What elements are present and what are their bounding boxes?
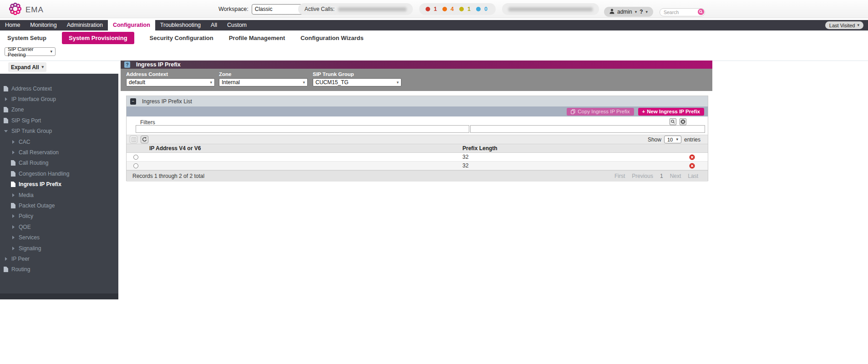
workspace-group: Workspace: Classic ▾ [218,0,307,18]
ip-address-filter-input[interactable] [136,125,469,133]
major-alarm-dot-icon [442,7,447,11]
tree-item-signaling[interactable]: Signaling [0,243,118,253]
nav-item-monitoring[interactable]: Monitoring [25,20,61,30]
tree-item-call-reservation[interactable]: Call Reservation [0,147,118,157]
address-context-select[interactable]: default ▾ [126,78,215,86]
tab-system-setup[interactable]: System Setup [7,35,46,41]
tree-item-zone[interactable]: Zone [0,105,118,115]
page-size-group: Show 10 ▾ entries [648,136,708,143]
tree-item-media[interactable]: Media [0,190,118,200]
records-summary: Records 1 through 2 of 2 total [132,173,204,179]
system-info-pill [502,3,599,15]
tree-label: Zone [11,106,24,113]
circle-x-icon [680,119,685,124]
page-size-value: 10 [667,137,673,142]
tree-label: Address Context [11,86,52,92]
delete-row-icon[interactable] [689,163,695,169]
chevron-right-icon [11,193,15,197]
sip-trunk-group-select[interactable]: CUCM15_TG ▾ [313,78,401,86]
tree-item-ip-peer[interactable]: IP Peer [0,253,118,264]
tree-item-services[interactable]: Services [0,232,118,243]
table-row[interactable]: 32 [127,162,708,170]
tab-configuration-wizards[interactable]: Configuration Wizards [300,35,364,41]
tree-item-routing[interactable]: Routing [0,264,118,275]
tab-system-provisioning[interactable]: System Provisioning [62,32,134,44]
chevron-down-icon: ▾ [676,137,678,142]
context-form-panel: Address Context default ▾ Zone Internal … [121,69,712,91]
tree-item-cac[interactable]: CAC [0,136,118,147]
copy-ingress-ip-prefix-button[interactable]: Copy Ingress IP Prefix [567,108,634,116]
apply-filter-button[interactable] [670,118,676,125]
tree-item-policy[interactable]: Policy [0,211,118,222]
prefix-length-filter-input[interactable] [470,125,705,133]
chevron-down-icon: ▾ [50,50,52,54]
tree-item-ip-interface-group[interactable]: IP Interface Group [0,94,118,104]
chevron-right-icon [11,214,15,218]
row-radio-button[interactable] [133,163,138,168]
refresh-button[interactable] [141,136,148,143]
zone-select[interactable]: Internal ▾ [219,78,308,86]
table-row[interactable]: 32 [127,153,708,162]
sip-trunk-group-value: CUCM15_TG [315,79,349,86]
chevron-right-icon [11,247,15,250]
nav-item-home[interactable]: Home [0,20,25,30]
category-select[interactable]: SIP Carrier Peering ▾ [5,47,56,56]
help-icon[interactable]: ? [124,61,130,68]
new-ingress-ip-prefix-button[interactable]: + New Ingress IP Prefix [638,108,704,116]
delete-row-icon[interactable] [689,154,695,160]
collapse-icon[interactable]: − [130,98,136,105]
help-menu[interactable]: ? [640,9,643,15]
tree-item-sip-trunk-group[interactable]: SIP Trunk Group [0,126,118,136]
entries-label: entries [684,136,700,143]
help-caret-icon[interactable]: ▾ [646,10,648,14]
chevron-down-icon: ▾ [303,81,305,85]
tree-item-address-context[interactable]: Address Context [0,83,118,94]
brand: EMA [9,3,44,17]
tree-label: IP Peer [11,256,30,262]
field-label: SIP Trunk Group [313,71,401,77]
pagination-first[interactable]: First [614,173,625,179]
tree-item-call-routing[interactable]: Call Routing [0,158,118,168]
row-radio-button[interactable] [133,155,138,160]
tree-item-packet-outage[interactable]: Packet Outage [0,200,118,211]
nav-item-all[interactable]: All [206,20,222,30]
user-caret-icon[interactable]: ▾ [635,10,637,14]
critical-alarm-dot-icon [426,7,430,11]
pagination-next[interactable]: Next [670,173,681,179]
tree-item-congestion-handling[interactable]: Congestion Handling [0,168,118,179]
chevron-expanded-icon [4,130,8,132]
sidebar-footer-strip [0,293,118,299]
minor-alarm-count: 1 [467,6,471,12]
last-visited-menu[interactable]: Last Visited ▾ [825,21,863,29]
search-button[interactable] [698,9,704,15]
pagination-previous[interactable]: Previous [632,173,653,179]
field-address-context: Address Context default ▾ [126,71,215,86]
expand-all-button[interactable]: Expand All ▾ [8,62,46,72]
pagination-current-page[interactable]: 1 [660,173,663,179]
category-select-value: SIP Carrier Peering [8,46,50,57]
nav-item-custom[interactable]: Custom [222,20,252,30]
column-chooser-button[interactable] [130,136,137,143]
tree-item-qoe[interactable]: QOE [0,222,118,232]
tab-profile-management[interactable]: Profile Management [229,35,285,41]
configuration-subnav: System Setup System Provisioning Securit… [0,30,868,46]
tree-label: Ingress IP Prefix [19,181,61,187]
nav-item-administration[interactable]: Administration [62,20,108,30]
file-icon [4,267,8,272]
nav-item-configuration[interactable]: Configuration [108,20,155,30]
tree-label: SIP Sig Port [11,117,41,124]
tree-label: Packet Outage [19,202,55,209]
clear-filter-button[interactable] [680,118,686,125]
user-menu[interactable]: admin ▾ ? ▾ [604,7,653,17]
major-alarm-count: 4 [451,6,454,12]
minor-alarm-dot-icon [459,7,464,11]
page-title: Ingress IP Prefix [136,61,181,68]
tree-label: IP Interface Group [11,96,56,102]
page-size-select[interactable]: 10 ▾ [664,136,681,143]
tree-item-ingress-ip-prefix[interactable]: Ingress IP Prefix [0,179,118,190]
pagination-last[interactable]: Last [688,173,698,179]
nav-item-troubleshooting[interactable]: Troubleshooting [155,20,206,30]
page-title-bar: ? Ingress IP Prefix [121,61,712,69]
tree-item-sip-sig-port[interactable]: SIP Sig Port [0,115,118,126]
tab-security-configuration[interactable]: Security Configuration [150,35,213,41]
